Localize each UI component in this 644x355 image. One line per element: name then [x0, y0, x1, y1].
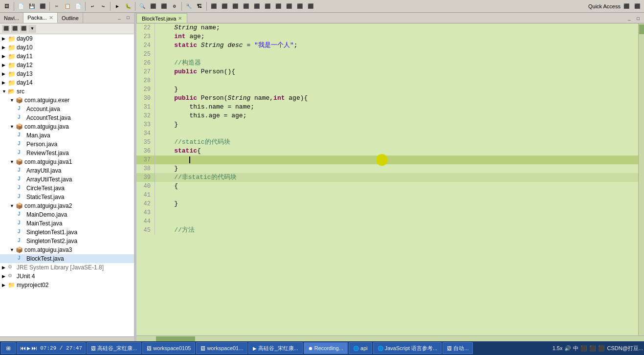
- tree-item-arrayutiltest-java[interactable]: J ArrayUtilTest.java: [0, 175, 134, 184]
- editor-tab-close-blocktest[interactable]: ✕: [178, 16, 182, 21]
- taskbar-btn-auto[interactable]: 🖼 自动...: [443, 342, 473, 354]
- tree-item-pkg-java[interactable]: ▼ 📦 com.atguigu.java: [0, 122, 134, 131]
- tree-item-maindemo-java[interactable]: J MainDemo.java: [0, 210, 134, 219]
- editor-maximize-icon[interactable]: □: [634, 15, 642, 23]
- toolbar-icon-17[interactable]: ⬛: [230, 1, 240, 11]
- taskbar-start-button[interactable]: ⊞: [1, 342, 16, 354]
- toolbar-debug-icon[interactable]: 🐛: [123, 1, 133, 11]
- folder-icon-src: 📂: [8, 88, 16, 95]
- tree-item-man-java[interactable]: J Man.java: [0, 131, 134, 140]
- tree-item-person-java[interactable]: J Person.java: [0, 140, 134, 149]
- taskbar-btn-guigu2[interactable]: ▶ 高硅谷_宋红康...: [248, 342, 302, 354]
- toolbar-icon-16[interactable]: ⬛: [220, 1, 229, 11]
- tree-item-statictest-java[interactable]: J StaticTest.java: [0, 193, 134, 201]
- tree-label-maintest-java: MainTest.java: [26, 220, 62, 227]
- toolbar-icon-23[interactable]: ⬛: [295, 1, 305, 11]
- tree-item-singletontest2-java[interactable]: J SingletonTest2.java: [0, 237, 134, 245]
- editor-scrollbar-vertical[interactable]: [638, 23, 644, 335]
- toolbar-search-icon[interactable]: 🔍: [137, 1, 147, 11]
- toolbar-icon-24[interactable]: ⬛: [306, 1, 315, 11]
- tree-item-jre[interactable]: ▶ ⚙ JRE System Library [JavaSE-1.8]: [0, 263, 134, 272]
- code-editor[interactable]: 22 String name; 23 int age; 24 static St…: [136, 23, 644, 335]
- taskbar-btn-api[interactable]: 🌐 api: [349, 342, 372, 354]
- taskbar-label-guigu1: 高硅谷_宋红康...: [97, 345, 137, 352]
- tree-item-reviewtest-java[interactable]: J ReviewTest.java: [0, 149, 134, 157]
- taskbar-right-volume-icon[interactable]: 🔊: [564, 345, 571, 352]
- toolbar-icon-20[interactable]: ⬛: [263, 1, 272, 11]
- toolbar-icon-4[interactable]: ⬛: [38, 1, 47, 11]
- tree-item-circletest-java[interactable]: J CircleTest.java: [0, 184, 134, 193]
- media-play-icon[interactable]: ▶: [27, 345, 30, 352]
- tree-item-maintest-java[interactable]: J MainTest.java: [0, 219, 134, 228]
- taskbar-icon-recording: ⏺: [308, 346, 313, 351]
- taskbar-btn-workspace1[interactable]: 🖼 workspace0105: [142, 342, 195, 354]
- line-num-43: 43: [136, 208, 155, 217]
- tree-item-day14[interactable]: ▶ 📁 day14: [0, 78, 134, 87]
- tree-item-pkg-java2[interactable]: ▼ 📦 com.atguigu.java2: [0, 201, 134, 210]
- sidebar-maximize-icon[interactable]: □: [124, 14, 132, 22]
- sidebar-toolbar-icon-3[interactable]: ⬛: [20, 25, 27, 33]
- toolbar-icon-5[interactable]: ✂: [52, 1, 62, 11]
- tree-item-accounttest-java[interactable]: J AccountTest.java: [0, 113, 134, 122]
- editor-scrollbar-h-thumb[interactable]: [156, 336, 195, 341]
- editor-minimize-icon[interactable]: _: [625, 15, 633, 23]
- media-prev-icon[interactable]: ⏮: [20, 345, 26, 352]
- tree-item-junit[interactable]: ▶ ⚙ JUnit 4: [0, 272, 134, 281]
- toolbar-run-icon[interactable]: ▶: [112, 1, 122, 11]
- tree-item-blocktest-java[interactable]: J BlockTest.java: [0, 254, 134, 263]
- toolbar-icon-11[interactable]: ⬛: [159, 1, 169, 11]
- toolbar-icon-19[interactable]: ⬛: [252, 1, 262, 11]
- toolbar-icon-26[interactable]: ⬛: [632, 1, 642, 11]
- tree-arrow-pkg-java3: ▼: [10, 247, 16, 252]
- kw-int-30: int: [273, 94, 285, 102]
- tree-item-day11[interactable]: ▶ 📁 day11: [0, 52, 134, 61]
- tree-item-day13[interactable]: ▶ 📁 day13: [0, 69, 134, 78]
- taskbar-btn-workspace2[interactable]: 🖼 workspace01...: [196, 342, 247, 354]
- toolbar-icon-6[interactable]: 📋: [63, 1, 72, 11]
- editor-scrollbar-horizontal[interactable]: [136, 335, 644, 341]
- line-content-22: String name;: [155, 23, 220, 32]
- tree-item-day12[interactable]: ▶ 📁 day12: [0, 61, 134, 69]
- taskbar-btn-guigu1[interactable]: 🖼 高硅谷_宋红康...: [87, 342, 141, 354]
- taskbar-btn-javascript[interactable]: 🌐 JavaScript 语言参考...: [373, 342, 442, 354]
- tree-item-myproject02[interactable]: ▶ 📁 myproject02: [0, 281, 134, 289]
- toolbar-icon-22[interactable]: ⬛: [284, 1, 294, 11]
- taskbar-btn-recording[interactable]: ⏺ Recording...: [304, 342, 348, 354]
- sidebar-toolbar-icon-2[interactable]: ⬛: [11, 25, 19, 33]
- editor-scrollbar-thumb[interactable]: [639, 24, 644, 34]
- toolbar-icon-15[interactable]: ⬛: [209, 1, 219, 11]
- sidebar-minimize-icon[interactable]: _: [115, 14, 123, 22]
- toolbar-icon-9[interactable]: ↪: [98, 1, 108, 11]
- toolbar-icon-3[interactable]: 💾: [27, 1, 37, 11]
- toolbar-icon-1[interactable]: 🖼: [2, 1, 12, 11]
- toolbar-icon-10[interactable]: ⬛: [148, 1, 158, 11]
- line-num-27: 27: [136, 67, 155, 76]
- sidebar-tab-outline[interactable]: Outline: [58, 13, 83, 23]
- tree-item-day10[interactable]: ▶ 📁 day10: [0, 43, 134, 52]
- sidebar-tab-navi[interactable]: Navi...: [0, 13, 23, 23]
- toolbar-icon-7[interactable]: 📄: [73, 1, 83, 11]
- taskbar-icon-workspace1: 🖼: [147, 346, 152, 351]
- toolbar-icon-21[interactable]: ⬛: [273, 1, 283, 11]
- tree-item-arrayutil-java[interactable]: J ArrayUtil.java: [0, 166, 134, 175]
- tree-item-day09[interactable]: ▶ 📁 day09: [0, 34, 134, 43]
- toolbar-icon-14[interactable]: 🏗: [195, 1, 204, 11]
- sidebar-tab-packa-close[interactable]: ✕: [49, 15, 53, 21]
- tree-item-pkg-java3[interactable]: ▼ 📦 com.atguigu.java3: [0, 245, 134, 254]
- sidebar-tab-packa[interactable]: Packa... ✕: [23, 13, 58, 23]
- toolbar-icon-25[interactable]: ⬛: [622, 1, 631, 11]
- toolbar-icon-12[interactable]: ⚙: [170, 1, 179, 11]
- tree-item-account-java[interactable]: J Account.java: [0, 105, 134, 113]
- toolbar-icon-13[interactable]: 🔧: [184, 1, 194, 11]
- media-next-icon[interactable]: ⏭: [31, 345, 37, 352]
- tree-item-singletontest1-java[interactable]: J SingletonTest1.java: [0, 228, 134, 237]
- toolbar-icon-2[interactable]: 📄: [16, 1, 26, 11]
- sidebar-toolbar-icon-1[interactable]: ⬛: [2, 25, 10, 33]
- tree-item-pkg-java1[interactable]: ▼ 📦 com.atguigu.java1: [0, 157, 134, 166]
- toolbar-icon-8[interactable]: ↩: [88, 1, 97, 11]
- editor-tab-blocktest[interactable]: BlockTest.java ✕: [136, 13, 187, 23]
- tree-item-pkg-exer[interactable]: ▼ 📦 com.atguigu.exer: [0, 96, 134, 105]
- toolbar-icon-18[interactable]: ⬛: [241, 1, 251, 11]
- sidebar-toolbar-icon-4[interactable]: ▼: [28, 25, 36, 33]
- tree-item-src[interactable]: ▼ 📂 src: [0, 87, 134, 96]
